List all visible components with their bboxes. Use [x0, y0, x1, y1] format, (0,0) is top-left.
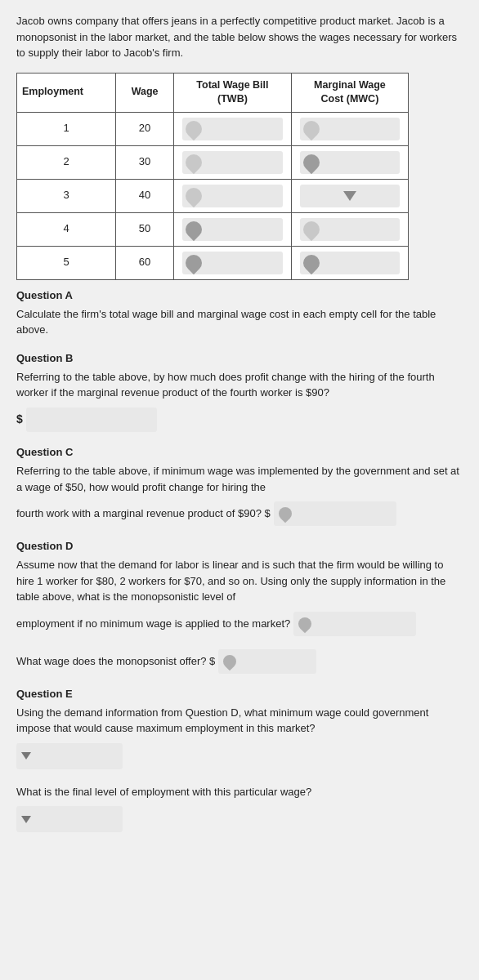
question-b-input[interactable] — [26, 408, 157, 432]
wage-cell: 30 — [116, 145, 174, 179]
question-d-employment-input[interactable] — [293, 612, 416, 636]
question-d-wage-text: What wage does the monopsonist offer? $ — [16, 654, 215, 669]
table-row: 3 40 — [17, 179, 409, 212]
leaf-icon — [182, 117, 205, 140]
employment-cell: 2 — [17, 145, 116, 179]
table-row: 2 30 — [17, 145, 409, 179]
leaf-icon — [300, 150, 323, 173]
table-row: 1 20 — [17, 112, 409, 145]
twb-input-cell[interactable] — [174, 179, 292, 212]
wage-cell: 40 — [116, 179, 174, 212]
leaf-icon — [182, 251, 205, 274]
question-e-section: Question E Using the demand information … — [16, 687, 463, 833]
question-e-final-input[interactable] — [16, 806, 123, 832]
question-c-inline-text: fourth work with a marginal revenue prod… — [16, 506, 271, 521]
dollar-sign-b: $ — [16, 412, 23, 428]
question-e-main-input[interactable] — [16, 743, 123, 769]
question-b-section: Question B Referring to the table above,… — [16, 351, 463, 432]
wage-cell: 60 — [116, 246, 174, 279]
mwc-input-cell[interactable] — [291, 145, 408, 179]
employment-cell: 3 — [17, 179, 116, 212]
wage-cell: 20 — [116, 112, 174, 145]
employment-cell: 5 — [17, 246, 116, 279]
question-d-inline-text: employment if no minimum wage is applied… — [16, 617, 290, 631]
question-c-title: Question C — [16, 445, 463, 460]
question-a-section: Question A Calculate the firm's total wa… — [16, 288, 463, 338]
mwc-input-cell[interactable] — [291, 212, 408, 246]
question-c-answer-row: fourth work with a marginal revenue prod… — [16, 501, 463, 526]
question-c-input[interactable] — [274, 501, 396, 526]
leaf-icon — [182, 217, 205, 240]
twb-input-cell[interactable] — [174, 212, 292, 246]
question-d-wage-input[interactable] — [218, 649, 316, 674]
question-e-final-text: What is the final level of employment wi… — [16, 784, 463, 800]
col4-header: Marginal WageCost (MWC) — [291, 73, 408, 112]
twb-input-cell[interactable] — [174, 145, 292, 179]
leaf-icon — [300, 117, 323, 140]
arrow-down-icon — [21, 816, 31, 823]
question-c-section: Question C Referring to the table above,… — [16, 445, 463, 526]
table-row: 4 50 — [17, 212, 409, 246]
question-e-text: Using the demand information from Questi… — [16, 705, 463, 737]
col1-header: Employment — [17, 73, 116, 112]
wage-cell: 50 — [116, 212, 174, 246]
data-table: Employment Wage Total Wage Bill(TWB) Mar… — [16, 73, 409, 280]
twb-input-cell[interactable] — [174, 112, 292, 145]
employment-cell: 1 — [17, 112, 116, 145]
twb-input-cell[interactable] — [174, 246, 292, 279]
leaf-icon — [300, 217, 323, 240]
col2-header: Wage — [116, 73, 174, 112]
question-a-title: Question A — [16, 288, 463, 303]
question-b-answer-row: $ — [16, 408, 463, 432]
question-d-title: Question D — [16, 539, 463, 554]
intro-paragraph: Jacob owns company that offers jeans in … — [16, 13, 463, 61]
question-d-text: Assume now that the demand for labor is … — [16, 557, 463, 605]
table-row: 5 60 — [17, 246, 409, 279]
leaf-icon — [296, 614, 315, 633]
question-b-text: Referring to the table above, by how muc… — [16, 369, 463, 401]
question-e-title: Question E — [16, 687, 463, 702]
question-a-text: Calculate the firm's total wage bill and… — [16, 306, 463, 338]
employment-cell: 4 — [17, 212, 116, 246]
question-e-input-row — [16, 743, 463, 769]
question-d-wage-row: What wage does the monopsonist offer? $ — [16, 649, 463, 674]
mwc-input-cell[interactable] — [291, 112, 408, 145]
question-c-text: Referring to the table above, if minimum… — [16, 463, 463, 495]
question-d-employment-row: employment if no minimum wage is applied… — [16, 612, 463, 636]
leaf-icon — [221, 652, 239, 670]
question-e-final-input-row — [16, 806, 463, 832]
question-b-title: Question B — [16, 351, 463, 366]
mwc-input-cell[interactable] — [291, 179, 408, 212]
leaf-icon — [182, 184, 205, 207]
question-d-section: Question D Assume now that the demand fo… — [16, 539, 463, 674]
arrow-down-icon — [21, 752, 31, 760]
mwc-input-cell[interactable] — [291, 246, 408, 279]
col3-header: Total Wage Bill(TWB) — [174, 73, 292, 112]
leaf-icon — [275, 505, 294, 523]
arrow-down-icon — [343, 191, 356, 201]
leaf-icon-dark — [300, 251, 323, 274]
leaf-icon — [182, 150, 205, 173]
